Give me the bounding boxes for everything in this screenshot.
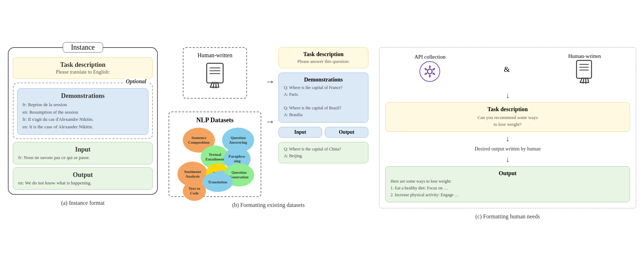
panel-c: API collection — [379, 47, 636, 220]
instance-box: Instance Task description Please transla… — [8, 47, 158, 195]
output-title-c: Output — [391, 170, 625, 177]
output-content-a: en: We do not know what is happening. — [18, 180, 147, 186]
panel-c-header: API collection — [385, 53, 630, 86]
demos-box-b: Demonstrations Q: Where is the capital o… — [278, 73, 368, 123]
human-written-box-b: Human-written — [183, 47, 247, 99]
arrow-down-3: ↓ — [385, 155, 630, 164]
api-label: API collection — [414, 54, 446, 60]
panel-b-right: Task description Please answer this ques… — [278, 47, 368, 163]
panel-a-caption: (a) Instance format — [8, 200, 158, 206]
instance-label: Instance — [63, 42, 103, 53]
panel-c-caption: (c) Formatting human needs — [379, 213, 636, 220]
svg-point-11 — [428, 70, 432, 73]
task-desc-subtitle-b: Please answer this question: — [284, 59, 363, 64]
task-desc-box-a: Task description Please translate to Eng… — [13, 57, 153, 79]
task-desc-subtitle-a: Please translate to English: — [18, 69, 147, 75]
ampersand: & — [504, 65, 510, 74]
human-written-c-icon — [573, 59, 596, 84]
task-desc-box-c: Task description Can you recommend some … — [385, 102, 630, 132]
nlp-title: NLP Datasets — [175, 117, 255, 124]
task-desc-box-b: Task description Please answer this ques… — [278, 47, 368, 68]
task-desc-title-a: Task description — [18, 61, 147, 69]
bubble-translation: Translation — [202, 172, 233, 192]
arrow-right-1: → — [265, 76, 275, 87]
task-desc-content-c: Can you recommend some ways to lose weig… — [391, 114, 625, 128]
panel-a: Instance Task description Please transla… — [8, 47, 158, 206]
optional-label: Optional — [124, 78, 148, 85]
svg-rect-12 — [577, 60, 592, 78]
task-desc-title-c: Task description — [391, 106, 625, 113]
output-title-a: Output — [18, 171, 147, 179]
bubble-container: SentenceComposition QuestionAnswering Te… — [176, 128, 254, 192]
main-container: Instance Task description Please transla… — [8, 47, 636, 220]
input-box-a: Input fr: Nous ne savons pas ce qui se p… — [13, 142, 153, 164]
arrow-right-2: → — [265, 116, 275, 127]
human-written-c-label: Human-written — [568, 53, 601, 59]
human-written-label-b: Human-written — [189, 52, 241, 59]
io-content-text-b: Q: Where is the capital of China? A: Bei… — [284, 146, 363, 159]
input-output-row: Input Output — [278, 127, 368, 138]
output-label-b: Output — [325, 127, 368, 138]
human-written-note: Desired output written by human — [385, 146, 630, 152]
demos-box-a: Demonstrations fr: Reprise de la session… — [17, 88, 149, 135]
optional-section: Optional Demonstrations fr: Reprise de l… — [13, 83, 153, 139]
human-written-c-section: Human-written — [568, 53, 601, 86]
panel-b-left-col: Human-written — [168, 47, 261, 197]
panel-c-inner: API collection — [379, 47, 636, 209]
arrow-down-1: ↓ — [385, 91, 630, 100]
arrow-col: → → — [265, 47, 275, 127]
openai-icon — [418, 60, 442, 83]
arrow-down-2: ↓ — [385, 134, 630, 143]
nlp-box: NLP Datasets SentenceComposition Questio… — [168, 112, 261, 197]
panel-b: Human-written — [168, 47, 368, 208]
output-content-c: Here are some ways to lose weight: 1. Ea… — [391, 178, 625, 199]
output-box-c: Output Here are some ways to lose weight… — [385, 166, 630, 203]
io-content-b: Q: Where is the capital of China? A: Bei… — [278, 142, 368, 163]
task-desc-title-b: Task description — [284, 51, 363, 58]
input-content-a: fr: Nous ne savons pas ce qui se passe. — [18, 155, 147, 160]
api-section: API collection — [414, 54, 446, 85]
human-written-icon-b — [189, 61, 241, 94]
demos-content-a: fr: Reprise de la session en: Resumption… — [22, 101, 143, 131]
input-label-b: Input — [278, 127, 322, 138]
input-title-a: Input — [18, 146, 147, 153]
demos-content-b: Q: Where is the capital of France? A: Pa… — [284, 84, 363, 119]
demos-title-a: Demonstrations — [22, 92, 143, 100]
demos-title-b: Demonstrations — [284, 76, 363, 83]
svg-rect-0 — [207, 63, 223, 83]
panel-b-layout: Human-written — [168, 47, 368, 197]
output-box-a: Output en: We do not know what is happen… — [13, 167, 153, 190]
panel-b-caption: (b) Formatting existing datasets — [168, 202, 368, 208]
